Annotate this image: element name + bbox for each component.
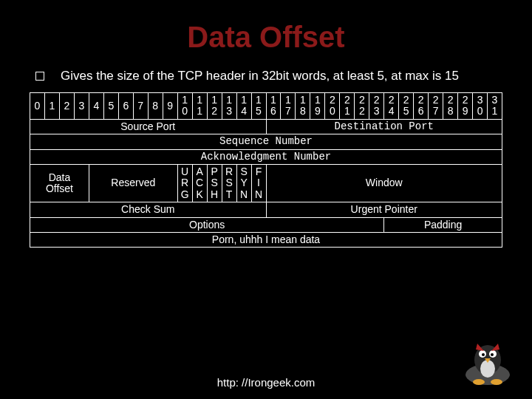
flag-ack: ACK — [192, 164, 207, 202]
svg-point-6 — [491, 353, 494, 356]
bit-cell: 25 — [399, 93, 414, 120]
bit-cell: 5 — [103, 93, 118, 120]
bit-cell: 19 — [310, 93, 325, 120]
flag-psh: PSH — [207, 164, 222, 202]
bit-cell: 26 — [414, 93, 429, 120]
bit-cell: 12 — [207, 93, 222, 120]
bit-cell: 13 — [222, 93, 236, 120]
bit-number-row: 0 1 2 3 4 5 6 7 8 9 10 11 12 13 14 15 16… — [30, 93, 502, 120]
flag-urg: URG — [177, 164, 192, 202]
bit-cell: 27 — [429, 93, 443, 120]
bit-cell: 28 — [443, 93, 458, 120]
ack-row: Acknowledgment Number — [30, 149, 502, 164]
bit-cell: 20 — [325, 93, 340, 120]
sequence-number-cell: Sequence Number — [30, 134, 502, 149]
bit-cell: 23 — [369, 93, 384, 120]
bit-cell: 0 — [30, 93, 45, 120]
ack-number-cell: Acknowledgment Number — [30, 149, 502, 164]
bit-cell: 29 — [458, 93, 473, 120]
bit-cell: 21 — [340, 93, 355, 120]
flags-row: DataOffset Reserved URG ACK PSH RST SYN … — [30, 164, 502, 202]
bullet-row: Gives the size of the TCP header in 32bi… — [35, 69, 532, 83]
options-row: Options Padding — [30, 217, 502, 232]
flag-syn: SYN — [236, 164, 251, 202]
tcp-header-table: 0 1 2 3 4 5 6 7 8 9 10 11 12 13 14 15 16… — [30, 92, 502, 248]
bit-cell: 4 — [89, 93, 103, 120]
bit-cell: 6 — [118, 93, 133, 120]
svg-point-11 — [491, 379, 502, 385]
svg-point-10 — [473, 379, 485, 385]
bit-cell: 15 — [251, 93, 266, 120]
mascot-icon — [458, 338, 517, 386]
bullet-box-icon — [35, 72, 44, 81]
checksum-row: Check Sum Urgent Pointer — [30, 202, 502, 217]
reserved-cell: Reserved — [89, 164, 177, 202]
window-cell: Window — [266, 164, 502, 202]
svg-point-5 — [482, 353, 485, 356]
bit-cell: 8 — [148, 93, 163, 120]
checksum-cell: Check Sum — [30, 202, 267, 217]
padding-cell: Padding — [384, 217, 502, 232]
bit-cell: 24 — [384, 93, 399, 120]
bit-cell: 7 — [133, 93, 148, 120]
urgent-pointer-cell: Urgent Pointer — [266, 202, 502, 217]
bit-cell: 14 — [236, 93, 251, 120]
bit-cell: 3 — [74, 93, 89, 120]
bit-cell: 2 — [59, 93, 74, 120]
ports-row: Source Port Destination Port — [30, 119, 502, 134]
data-row: Porn, uhhh I mean data — [30, 232, 502, 247]
flag-fin: FIN — [251, 164, 266, 202]
bit-cell: 1 — [44, 93, 59, 120]
data-cell: Porn, uhhh I mean data — [30, 232, 502, 247]
bit-cell: 30 — [473, 93, 488, 120]
source-port-cell: Source Port — [30, 119, 267, 134]
seq-row: Sequence Number — [30, 134, 502, 149]
dest-port-cell: Destination Port — [266, 119, 502, 134]
bit-cell: 16 — [266, 93, 281, 120]
bit-cell: 10 — [177, 93, 192, 120]
bullet-text: Gives the size of the TCP header in 32bi… — [61, 69, 459, 83]
bit-cell: 18 — [296, 93, 310, 120]
flag-rst: RST — [222, 164, 236, 202]
bit-cell: 31 — [488, 93, 502, 120]
bit-cell: 22 — [355, 93, 369, 120]
slide-title: Data Offset — [0, 21, 532, 54]
bit-cell: 9 — [163, 93, 177, 120]
bit-cell: 11 — [192, 93, 207, 120]
options-cell: Options — [30, 217, 384, 232]
bit-cell: 17 — [281, 93, 296, 120]
footer-url: http: //Irongeek.com — [0, 376, 532, 389]
data-offset-cell: DataOffset — [30, 164, 89, 202]
